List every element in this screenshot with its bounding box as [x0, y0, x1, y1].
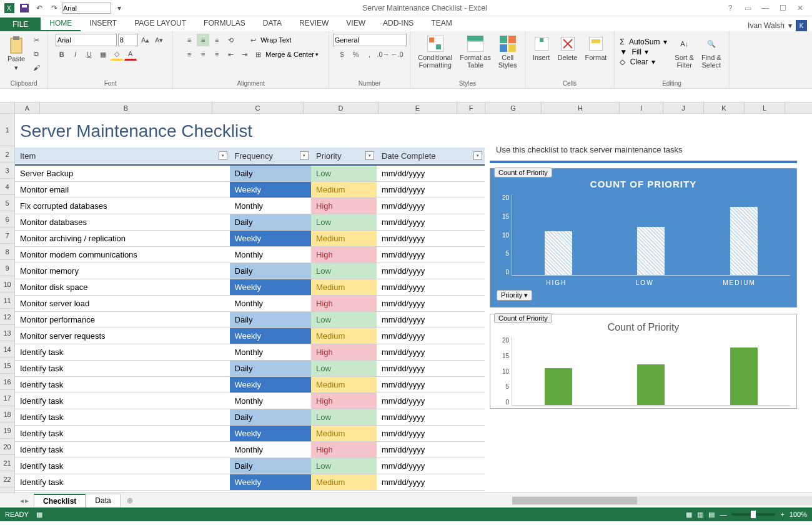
tab-formulas[interactable]: FORMULAS — [195, 16, 254, 31]
tab-add-ins[interactable]: ADD-INS — [374, 16, 422, 31]
sheet-next-icon[interactable]: ▸ — [25, 496, 29, 505]
add-sheet-icon[interactable]: ⊕ — [121, 496, 139, 505]
decrease-decimal-icon[interactable]: ←.0 — [391, 48, 404, 61]
fill-color-icon[interactable]: ◇ — [111, 48, 123, 61]
table-row[interactable]: Monitor disk spaceWeeklyMediummm/dd/yyyy — [15, 279, 485, 295]
table-row[interactable]: Identify taskWeeklyMediummm/dd/yyyy — [15, 425, 485, 441]
chart1-priority-dropdown[interactable]: Priority ▾ — [497, 290, 532, 301]
sheet-prev-icon[interactable]: ◂ — [20, 496, 24, 505]
tab-view[interactable]: VIEW — [337, 16, 374, 31]
horizontal-scrollbar[interactable] — [512, 496, 812, 505]
bold-icon[interactable]: B — [56, 48, 68, 61]
qat-dropdown-icon[interactable]: ▾ — [112, 1, 126, 15]
increase-font-icon[interactable]: A▴ — [139, 34, 152, 46]
align-right-icon[interactable]: ≡ — [210, 48, 223, 61]
column-headers[interactable]: ABCDEFGHIJKL — [15, 102, 812, 114]
filter-icon[interactable]: ▾ — [473, 151, 482, 160]
tab-review[interactable]: REVIEW — [290, 16, 337, 31]
table-row[interactable]: Monitor server requestsWeeklyMediummm/dd… — [15, 328, 485, 344]
wrap-text-icon[interactable]: ↩ — [247, 34, 259, 46]
autosum-button[interactable]: Σ AutoSum ▾ — [620, 38, 670, 46]
zoom-in-icon[interactable]: + — [780, 511, 784, 518]
save-icon[interactable] — [17, 1, 31, 15]
table-row[interactable]: Monitor modem communicationsMonthlyHighm… — [15, 246, 485, 262]
filter-icon[interactable]: ▾ — [365, 151, 374, 160]
format-cells-button[interactable]: Format — [582, 34, 609, 62]
table-header[interactable]: Priority▾ — [311, 148, 377, 165]
format-as-table-button[interactable]: Format as Table — [457, 34, 493, 70]
zoom-level[interactable]: 100% — [790, 511, 807, 518]
indent-inc-icon[interactable]: ⇥ — [238, 48, 250, 61]
tab-home[interactable]: HOME — [41, 16, 81, 31]
paste-button[interactable]: Paste▾ — [5, 35, 27, 73]
wrap-text-label[interactable]: Wrap Text — [260, 36, 291, 44]
sort-filter-button[interactable]: A↓Sort & Filter — [672, 34, 696, 70]
align-center-icon[interactable]: ≡ — [197, 48, 209, 61]
tab-team[interactable]: TEAM — [422, 16, 460, 31]
undo-icon[interactable]: ↶ — [32, 1, 46, 15]
tab-data[interactable]: DATA — [254, 16, 290, 31]
zoom-slider[interactable] — [731, 513, 775, 516]
table-row[interactable]: Server BackupDailyLowmm/dd/yyyy — [15, 165, 485, 181]
user-name[interactable]: Ivan Walsh — [748, 21, 785, 30]
minimize-icon[interactable]: — — [758, 4, 772, 12]
tab-page-layout[interactable]: PAGE LAYOUT — [126, 16, 195, 31]
chart-priority-2[interactable]: Count of Priority Count of Priority 2015… — [490, 314, 797, 409]
table-row[interactable]: Monitor emailWeeklyMediummm/dd/yyyy — [15, 181, 485, 198]
tab-insert[interactable]: INSERT — [81, 16, 126, 31]
view-break-icon[interactable]: ▤ — [708, 511, 715, 519]
help-icon[interactable]: ? — [723, 4, 737, 12]
table-row[interactable]: Monitor archiving / replicationWeeklyMed… — [15, 230, 485, 246]
table-header[interactable]: Item▾ — [15, 148, 230, 165]
table-row[interactable]: Identify taskWeeklyMediummm/dd/yyyy — [15, 474, 485, 490]
increase-decimal-icon[interactable]: .0→ — [377, 48, 390, 61]
clear-button[interactable]: ◇ Clear ▾ — [620, 58, 670, 66]
align-bottom-icon[interactable]: ≡ — [210, 34, 223, 46]
table-header[interactable]: Date Complete▾ — [377, 148, 485, 165]
table-row[interactable]: Monitor performanceDailyLowmm/dd/yyyy — [15, 311, 485, 328]
font-size-select[interactable] — [118, 34, 138, 46]
macro-icon[interactable]: ▦ — [36, 511, 42, 519]
chart2-tag[interactable]: Count of Priority — [494, 313, 552, 323]
table-row[interactable]: Monitor server loadMonthlyHighmm/dd/yyyy — [15, 295, 485, 311]
fill-button[interactable]: ▼ Fill ▾ — [620, 48, 670, 56]
view-normal-icon[interactable]: ▦ — [686, 511, 692, 519]
table-row[interactable]: Monitor databasesDailyLowmm/dd/yyyy — [15, 214, 485, 230]
filter-icon[interactable]: ▾ — [219, 151, 227, 160]
align-top-icon[interactable]: ≡ — [183, 34, 196, 46]
user-badge[interactable]: K — [796, 20, 807, 31]
border-icon[interactable]: ▦ — [97, 48, 109, 61]
italic-icon[interactable]: I — [69, 48, 82, 61]
file-tab[interactable]: FILE — [0, 18, 41, 31]
chevron-down-icon[interactable]: ▾ — [788, 21, 792, 30]
merge-label[interactable]: Merge & Center — [265, 51, 314, 58]
table-row[interactable]: Identify taskMonthlyHighmm/dd/yyyy — [15, 392, 485, 409]
percent-icon[interactable]: % — [350, 48, 362, 61]
chart1-tag[interactable]: Count of Priority — [494, 168, 552, 178]
row-headers[interactable]: 12345678910111213141516171819202122 — [0, 102, 15, 492]
conditional-formatting-button[interactable]: Conditional Formatting — [415, 34, 455, 70]
sheet-tab-checklist[interactable]: Checklist — [34, 494, 86, 508]
close-icon[interactable]: ✕ — [793, 4, 807, 12]
table-row[interactable]: Identify taskWeeklyMediummm/dd/yyyy — [15, 376, 485, 392]
cut-icon[interactable]: ✂ — [30, 34, 42, 46]
ribbon-options-icon[interactable]: ▭ — [741, 4, 755, 12]
insert-cells-button[interactable]: Insert — [530, 34, 553, 62]
chart-priority-1[interactable]: Count of Priority COUNT OF PRIORITY 2015… — [490, 168, 797, 308]
table-row[interactable]: Fix corrupted databasesMonthlyHighmm/dd/… — [15, 198, 485, 214]
align-left-icon[interactable]: ≡ — [183, 48, 196, 61]
currency-icon[interactable]: $ — [336, 48, 349, 61]
comma-icon[interactable]: , — [364, 48, 376, 61]
table-row[interactable]: Identify taskDailyLowmm/dd/yyyy — [15, 360, 485, 376]
cell-styles-button[interactable]: Cell Styles — [496, 34, 520, 70]
orientation-icon[interactable]: ⟲ — [224, 34, 237, 46]
redo-icon[interactable]: ↷ — [47, 1, 61, 15]
table-row[interactable]: Monitor memoryDailyLowmm/dd/yyyy — [15, 262, 485, 279]
decrease-font-icon[interactable]: A▾ — [153, 34, 166, 46]
underline-icon[interactable]: U — [83, 48, 96, 61]
font-color-icon[interactable]: A — [124, 48, 137, 61]
maximize-icon[interactable]: ☐ — [776, 4, 790, 12]
delete-cells-button[interactable]: Delete — [555, 34, 580, 62]
zoom-out-icon[interactable]: — — [720, 511, 726, 518]
table-row[interactable]: Identify taskMonthlyHighmm/dd/yyyy — [15, 344, 485, 360]
